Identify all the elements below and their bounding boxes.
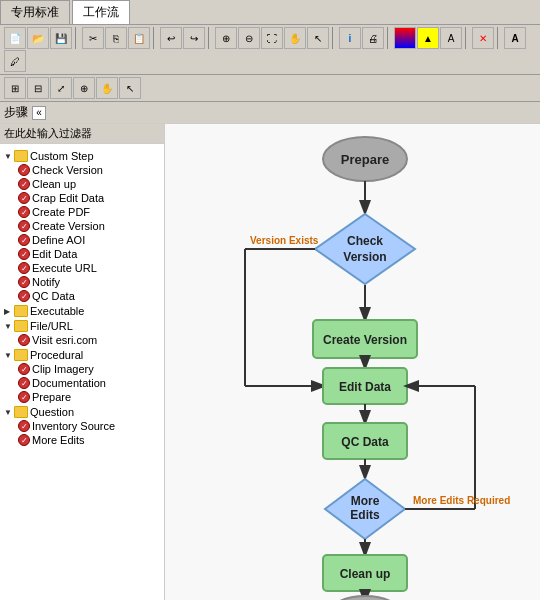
step-check-icon: [18, 248, 30, 260]
list-item[interactable]: Inventory Source: [16, 419, 162, 433]
sep3: [208, 27, 212, 49]
list-item[interactable]: Create Version: [16, 219, 162, 233]
hand-btn[interactable]: ✋: [284, 27, 306, 49]
sep1: [75, 27, 79, 49]
list-item[interactable]: Create PDF: [16, 205, 162, 219]
zoom-box-btn[interactable]: ⊕: [73, 77, 95, 99]
item-label: Documentation: [32, 377, 106, 389]
info-btn[interactable]: i: [339, 27, 361, 49]
list-item[interactable]: Check Version: [16, 163, 162, 177]
folder-name: File/URL: [30, 320, 73, 332]
save-btn[interactable]: 💾: [50, 27, 72, 49]
tab-bar: 专用标准 工作流: [0, 0, 540, 25]
zoom-fit2-btn[interactable]: ⤢: [50, 77, 72, 99]
paste-btn[interactable]: 📋: [128, 27, 150, 49]
item-label: Clean up: [32, 178, 76, 190]
color2-btn[interactable]: ▲: [417, 27, 439, 49]
cursor-btn[interactable]: ↖: [119, 77, 141, 99]
list-item[interactable]: Notify: [16, 275, 162, 289]
folder-icon: [14, 320, 28, 332]
item-label: Edit Data: [32, 248, 77, 260]
list-item[interactable]: Crap Edit Data: [16, 191, 162, 205]
triangle-icon: ▼: [4, 408, 12, 417]
procedural-children: Clip Imagery Documentation Prepare: [16, 362, 162, 404]
list-item[interactable]: Define AOI: [16, 233, 162, 247]
cut-btn[interactable]: ✂: [82, 27, 104, 49]
open-btn[interactable]: 📂: [27, 27, 49, 49]
notify-node[interactable]: [327, 596, 403, 600]
color3-btn[interactable]: A: [440, 27, 462, 49]
del-btn[interactable]: ✕: [472, 27, 494, 49]
question-children: Inventory Source More Edits: [16, 419, 162, 447]
select-btn[interactable]: ↖: [307, 27, 329, 49]
item-label: Define AOI: [32, 234, 85, 246]
tab-workflow[interactable]: 工作流: [72, 0, 130, 24]
new-btn[interactable]: 📄: [4, 27, 26, 49]
custom-step-children: Check Version Clean up Crap Edit Data Cr…: [16, 163, 162, 303]
print-btn[interactable]: 🖨: [362, 27, 384, 49]
check-version-label2: Version: [343, 250, 386, 264]
triangle-icon: ▼: [4, 322, 12, 331]
list-item[interactable]: QC Data: [16, 289, 162, 303]
list-item[interactable]: More Edits: [16, 433, 162, 447]
zoom-in-btn[interactable]: ⊕: [215, 27, 237, 49]
fit-btn[interactable]: ⛶: [261, 27, 283, 49]
folder-custom-step: ▼ Custom Step Check Version Clean up Cra…: [2, 149, 162, 303]
sep2: [153, 27, 157, 49]
item-label: Check Version: [32, 164, 103, 176]
sep5: [387, 27, 391, 49]
folder-file-url-label[interactable]: ▼ File/URL: [2, 319, 162, 333]
step-check-icon: [18, 290, 30, 302]
color1-btn[interactable]: [394, 27, 416, 49]
folder-name: Procedural: [30, 349, 83, 361]
copy-btn[interactable]: ⎘: [105, 27, 127, 49]
sep7: [497, 27, 501, 49]
folder-name: Executable: [30, 305, 84, 317]
list-item[interactable]: Edit Data: [16, 247, 162, 261]
list-item[interactable]: Execute URL: [16, 261, 162, 275]
steps-label: 步骤: [4, 104, 28, 121]
list-item[interactable]: Prepare: [16, 390, 162, 404]
folder-question-label[interactable]: ▼ Question: [2, 405, 162, 419]
list-item[interactable]: Visit esri.com: [16, 333, 162, 347]
edit-data-node[interactable]: [323, 368, 407, 404]
create-version-node[interactable]: [313, 320, 417, 358]
pan2-btn[interactable]: ✋: [96, 77, 118, 99]
grid-btn[interactable]: ⊞: [4, 77, 26, 99]
qc-data-label: QC Data: [341, 435, 389, 449]
font-btn[interactable]: A: [504, 27, 526, 49]
folder-custom-step-label[interactable]: ▼ Custom Step: [2, 149, 162, 163]
folder-executable-label[interactable]: ▶ Executable: [2, 304, 162, 318]
triangle-icon: ▼: [4, 152, 12, 161]
bold-btn[interactable]: 🖊: [4, 50, 26, 72]
clean-up-label: Clean up: [340, 567, 391, 581]
step-check-icon: [18, 434, 30, 446]
step-check-icon: [18, 420, 30, 432]
list-item[interactable]: Clip Imagery: [16, 362, 162, 376]
right-canvas: Prepare Check Version Version Exists Cre…: [165, 124, 540, 600]
list-item[interactable]: Clean up: [16, 177, 162, 191]
prepare-node[interactable]: [323, 137, 407, 181]
zoom-out-btn[interactable]: ⊖: [238, 27, 260, 49]
clean-up-node[interactable]: [323, 555, 407, 591]
create-version-label: Create Version: [323, 333, 407, 347]
version-exists-label: Version Exists: [250, 235, 319, 246]
filter-bar: 在此处输入过滤器: [0, 124, 164, 144]
tab-custom[interactable]: 专用标准: [0, 0, 70, 24]
snap-btn[interactable]: ⊟: [27, 77, 49, 99]
qc-data-node[interactable]: [323, 423, 407, 459]
list-item[interactable]: Documentation: [16, 376, 162, 390]
check-version-node[interactable]: [315, 214, 415, 284]
folder-procedural-label[interactable]: ▼ Procedural: [2, 348, 162, 362]
more-edits-node[interactable]: [325, 479, 405, 539]
undo-btn[interactable]: ↩: [160, 27, 182, 49]
tree: ▼ Custom Step Check Version Clean up Cra…: [0, 144, 164, 452]
item-label: Notify: [32, 276, 60, 288]
sep6: [465, 27, 469, 49]
left-panel: 在此处输入过滤器 ▼ Custom Step Check Version Cle…: [0, 124, 165, 600]
folder-procedural: ▼ Procedural Clip Imagery Documentation …: [2, 348, 162, 404]
file-url-children: Visit esri.com: [16, 333, 162, 347]
redo-btn[interactable]: ↪: [183, 27, 205, 49]
step-check-icon: [18, 192, 30, 204]
expand-btn[interactable]: «: [32, 106, 46, 120]
